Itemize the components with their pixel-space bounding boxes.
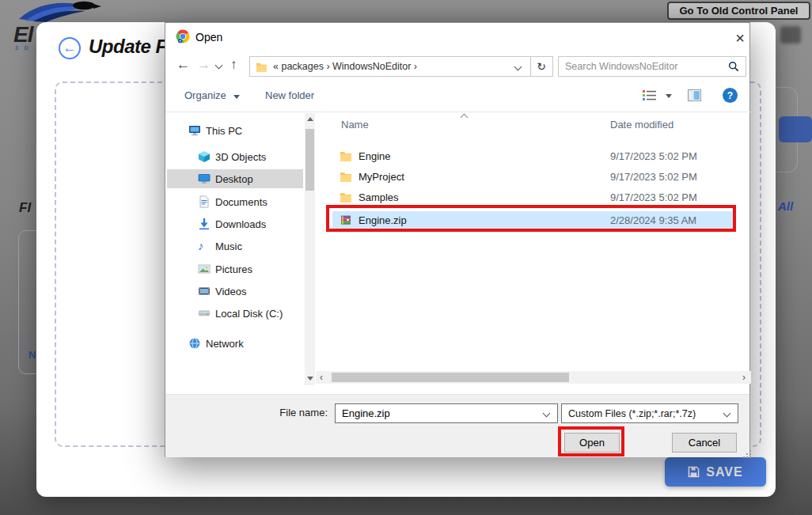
sidebar-label: Videos bbox=[215, 286, 247, 297]
sidebar-item-music[interactable]: ♪ Music bbox=[167, 237, 303, 256]
search-icon[interactable] bbox=[728, 61, 739, 72]
help-icon[interactable]: ? bbox=[723, 88, 738, 103]
floppy-save-icon bbox=[688, 466, 700, 478]
nav-forward-icon[interactable]: → bbox=[197, 58, 211, 71]
file-type-value: Custom Files (*.zip;*.rar;*.7z) bbox=[568, 408, 696, 419]
back-button[interactable]: ← bbox=[59, 37, 81, 59]
help-glyph: ? bbox=[727, 90, 733, 101]
file-date: 9/17/2023 5:02 PM bbox=[610, 191, 697, 203]
column-header-name[interactable]: Name bbox=[341, 119, 369, 131]
address-bar[interactable]: « packages › WindowsNoEditor › bbox=[249, 56, 531, 77]
modal-title: Update F bbox=[89, 36, 167, 58]
view-mode-caret-icon[interactable] bbox=[666, 94, 672, 98]
organize-caret-icon bbox=[233, 95, 240, 99]
computer-icon bbox=[188, 124, 201, 137]
cancel-button[interactable]: Cancel bbox=[672, 433, 737, 453]
sidebar-label: Local Disk (C:) bbox=[215, 308, 283, 320]
annotation-engine-zip-row bbox=[326, 205, 736, 232]
sidebar-label: Documents bbox=[215, 196, 268, 208]
nav-back-icon[interactable]: ← bbox=[176, 58, 190, 71]
background-section-heading: Fl bbox=[19, 200, 31, 216]
logo-subtext: 3 D bbox=[15, 45, 31, 51]
sidebar-label: 3D Objects bbox=[215, 151, 266, 163]
scroll-right-icon[interactable]: › bbox=[738, 372, 749, 383]
file-date: 9/17/2023 5:02 PM bbox=[610, 171, 697, 183]
picture-icon bbox=[198, 263, 211, 275]
breadcrumb[interactable]: « packages › WindowsNoEditor › bbox=[273, 61, 417, 72]
file-date: 9/17/2023 5:02 PM bbox=[610, 150, 697, 162]
sidebar-scrollbar[interactable] bbox=[305, 113, 315, 385]
sidebar-item-network[interactable]: Network bbox=[167, 334, 303, 353]
film-icon bbox=[198, 285, 211, 297]
organize-label: Organize bbox=[184, 89, 226, 101]
resize-grip[interactable] bbox=[743, 450, 745, 452]
scroll-up-icon[interactable] bbox=[307, 117, 313, 121]
sidebar-label: Downloads bbox=[215, 218, 266, 230]
sidebar-item-this-pc[interactable]: This PC bbox=[167, 121, 303, 140]
search-box[interactable] bbox=[558, 56, 746, 77]
sidebar-label: This PC bbox=[206, 125, 242, 137]
logo-text: El bbox=[13, 22, 32, 47]
cube-icon bbox=[198, 150, 211, 163]
monitor-icon bbox=[198, 172, 211, 185]
go-to-old-control-panel-button[interactable]: Go To Old Control Panel bbox=[667, 2, 810, 20]
sidebar-item-local-disk[interactable]: Local Disk (C:) bbox=[167, 304, 303, 323]
save-button[interactable]: SAVE bbox=[665, 457, 766, 487]
sidebar-item-downloads[interactable]: Downloads bbox=[167, 214, 303, 233]
file-row-samples[interactable]: Samples 9/17/2023 5:02 PM bbox=[340, 188, 735, 206]
toolbar-separator bbox=[165, 112, 751, 112]
address-chevron-icon[interactable] bbox=[514, 62, 522, 70]
file-name-combo[interactable] bbox=[335, 403, 558, 423]
horizontal-scrollbar[interactable]: ‹ › bbox=[316, 371, 751, 384]
file-name-input[interactable] bbox=[336, 407, 544, 419]
sidebar-item-3d-objects[interactable]: 3D Objects bbox=[167, 147, 303, 166]
eagle-logo bbox=[16, 0, 104, 22]
sidebar-item-pictures[interactable]: Pictures bbox=[167, 259, 303, 278]
file-type-select[interactable]: Custom Files (*.zip;*.rar;*.7z) bbox=[561, 403, 738, 423]
back-arrow-icon: ← bbox=[63, 40, 77, 56]
background-card-link[interactable]: N bbox=[28, 349, 36, 361]
refresh-icon: ↻ bbox=[537, 60, 546, 73]
combo-chevron-icon[interactable] bbox=[543, 410, 551, 418]
combo-chevron-icon[interactable] bbox=[723, 410, 731, 418]
sidebar-item-documents[interactable]: Documents bbox=[167, 192, 303, 211]
sidebar-item-videos[interactable]: Videos bbox=[167, 282, 303, 301]
chrome-icon bbox=[176, 29, 190, 44]
sidebar-scrollbar-thumb[interactable] bbox=[305, 129, 314, 191]
view-mode-icon[interactable] bbox=[642, 89, 658, 103]
file-row-engine[interactable]: Engine 9/17/2023 5:02 PM bbox=[340, 147, 735, 165]
document-icon bbox=[198, 195, 211, 208]
disk-icon bbox=[198, 307, 211, 320]
view-all-link[interactable]: All bbox=[778, 199, 793, 213]
globe-icon bbox=[188, 337, 201, 350]
download-arrow-icon bbox=[198, 218, 211, 230]
save-label: SAVE bbox=[706, 465, 742, 479]
dialog-title: Open bbox=[195, 31, 222, 44]
file-row-myproject[interactable]: MyProject 9/17/2023 5:02 PM bbox=[340, 168, 735, 185]
background-blue-button[interactable] bbox=[779, 116, 812, 142]
file-name-label: File name: bbox=[213, 407, 328, 418]
folder-icon bbox=[340, 191, 352, 203]
folder-icon bbox=[340, 150, 352, 161]
column-header-date-modified[interactable]: Date modified bbox=[610, 119, 674, 131]
annotation-open-button bbox=[558, 426, 624, 456]
folder-icon bbox=[256, 62, 268, 72]
folder-icon bbox=[340, 171, 352, 182]
sidebar-label: Pictures bbox=[215, 263, 252, 275]
nav-up-icon[interactable]: ↑ bbox=[230, 58, 237, 71]
scroll-left-icon[interactable]: ‹ bbox=[316, 372, 327, 383]
scroll-down-icon[interactable] bbox=[307, 377, 313, 381]
sidebar-item-desktop[interactable]: Desktop bbox=[167, 169, 303, 188]
nav-history-chevron-icon[interactable] bbox=[215, 62, 223, 70]
organize-menu[interactable]: Organize bbox=[184, 89, 240, 101]
sidebar-label: Desktop bbox=[215, 173, 253, 185]
preview-pane-icon[interactable] bbox=[688, 89, 701, 101]
close-icon[interactable]: × bbox=[729, 29, 751, 47]
search-input[interactable] bbox=[559, 61, 728, 72]
horizontal-scrollbar-thumb[interactable] bbox=[332, 373, 569, 382]
screen: El 3 D Go To Old Control Panel Fl N All … bbox=[0, 0, 812, 515]
refresh-button[interactable]: ↻ bbox=[530, 56, 553, 77]
file-name: MyProject bbox=[359, 171, 404, 183]
new-folder-button[interactable]: New folder bbox=[265, 89, 314, 101]
open-file-dialog: Open × ← → ↑ « packages › WindowsNoEdito… bbox=[165, 22, 750, 457]
